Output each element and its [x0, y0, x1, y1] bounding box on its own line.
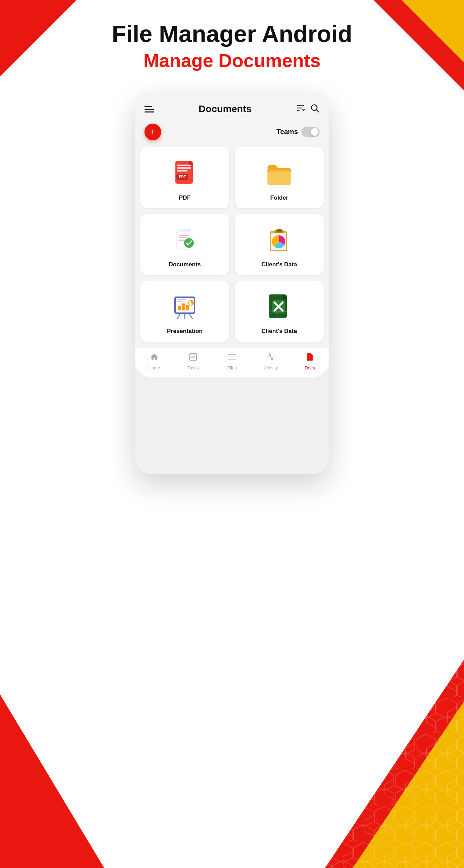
- tasks-nav-label: Tasks: [187, 365, 199, 370]
- svg-point-7: [312, 105, 317, 110]
- hamburger-menu-icon[interactable]: [144, 106, 154, 112]
- pdf-icon: PDF: [169, 158, 200, 189]
- doc-card-clients-data-1[interactable]: Client's Data: [235, 214, 324, 275]
- home-nav-icon: [150, 352, 159, 364]
- doc-label-presentation: Presentation: [167, 328, 203, 335]
- bg-decoration-bottom-left: [0, 694, 104, 868]
- activity-nav-icon: [266, 352, 275, 364]
- docs-nav-icon: [305, 352, 314, 364]
- search-icon[interactable]: [310, 103, 320, 115]
- add-button[interactable]: +: [144, 124, 161, 140]
- doc-card-documents[interactable]: Documents: [140, 214, 229, 275]
- action-bar: + Teams: [135, 121, 329, 147]
- svg-rect-11: [177, 167, 191, 169]
- folder-icon: [264, 158, 295, 189]
- phone-mockup: Documents: [135, 92, 329, 474]
- bg-honeycomb-pattern: [290, 625, 464, 868]
- svg-rect-41: [177, 299, 186, 300]
- nav-item-activity[interactable]: Activity: [259, 352, 283, 370]
- excel-icon: [264, 291, 295, 322]
- doc-card-folder[interactable]: Folder: [235, 147, 324, 208]
- svg-rect-38: [182, 303, 185, 310]
- files-nav-icon: [227, 352, 237, 364]
- svg-rect-39: [186, 305, 189, 310]
- svg-point-26: [184, 238, 194, 248]
- home-nav-label: Home: [148, 365, 160, 370]
- teams-label: Teams: [276, 128, 298, 136]
- teams-toggle-switch[interactable]: [301, 127, 320, 137]
- nav-item-files[interactable]: Files: [220, 352, 244, 370]
- docs-grid: PDF PDF: [135, 147, 329, 347]
- phone-inner: Documents: [135, 92, 329, 377]
- svg-rect-3: [290, 625, 464, 868]
- app-header: Documents: [135, 92, 329, 121]
- doc-label-pdf: PDF: [179, 194, 191, 201]
- nav-item-home[interactable]: Home: [142, 352, 166, 370]
- svg-rect-37: [178, 306, 181, 310]
- doc-label-documents: Documents: [169, 261, 201, 268]
- teams-toggle: Teams: [276, 127, 320, 137]
- doc-card-clients-data-2[interactable]: Client's Data: [235, 281, 324, 342]
- doc-label-clients-data-2: Client's Data: [262, 328, 297, 335]
- doc-card-presentation[interactable]: Presentation: [140, 281, 229, 342]
- toggle-knob: [311, 128, 318, 136]
- presentation-icon: [169, 291, 200, 322]
- svg-rect-42: [177, 301, 183, 302]
- svg-text:PDF: PDF: [179, 175, 186, 179]
- documents-icon: [169, 224, 200, 256]
- page-title: File Manager Android: [112, 21, 353, 47]
- svg-rect-10: [177, 165, 191, 166]
- svg-rect-12: [177, 170, 188, 172]
- svg-line-33: [189, 313, 192, 319]
- doc-label-clients-data-1: Client's Data: [262, 261, 297, 268]
- activity-nav-label: Activity: [264, 365, 278, 370]
- bottom-nav: Home Tasks: [135, 347, 329, 377]
- svg-rect-18: [267, 170, 291, 172]
- svg-line-8: [317, 110, 319, 112]
- header-icons: [296, 103, 320, 115]
- doc-card-pdf[interactable]: PDF PDF: [140, 147, 229, 208]
- svg-rect-30: [276, 229, 282, 232]
- clients-data-icon: [264, 224, 295, 256]
- app-header-title: Documents: [199, 103, 251, 115]
- docs-nav-label: Docs: [305, 365, 315, 370]
- svg-rect-24: [179, 237, 188, 238]
- doc-label-folder: Folder: [270, 194, 288, 201]
- svg-line-32: [177, 313, 181, 319]
- files-nav-label: Files: [227, 365, 237, 370]
- page-subtitle: Manage Documents: [143, 50, 321, 71]
- svg-rect-23: [179, 235, 189, 236]
- svg-rect-17: [267, 170, 291, 185]
- sort-icon[interactable]: [296, 103, 305, 115]
- tasks-nav-icon: [189, 352, 198, 364]
- nav-item-docs[interactable]: Docs: [298, 352, 322, 370]
- nav-item-tasks[interactable]: Tasks: [181, 352, 205, 370]
